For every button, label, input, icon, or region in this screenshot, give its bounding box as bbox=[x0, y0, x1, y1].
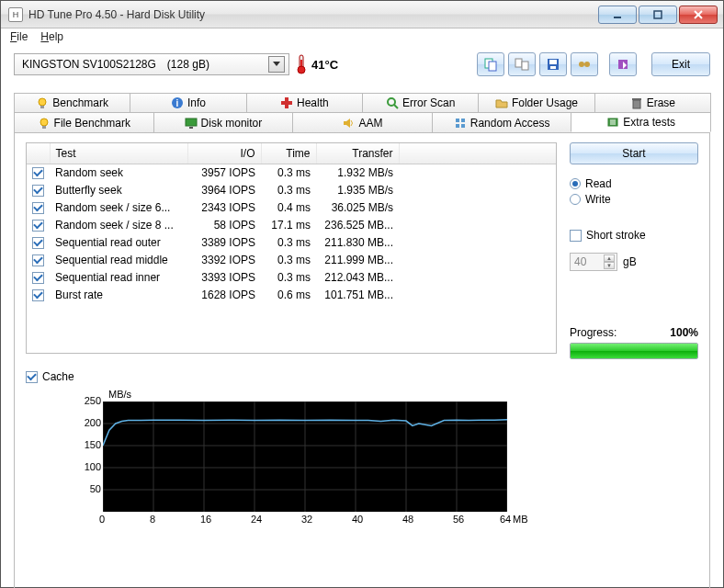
short-stroke-value-input: 40 ▲▼ bbox=[570, 253, 617, 271]
save-button[interactable] bbox=[539, 52, 567, 76]
svg-rect-34 bbox=[456, 119, 459, 122]
mode-write-radio[interactable]: Write bbox=[570, 193, 698, 206]
chart-ytick: 200 bbox=[75, 417, 101, 428]
tab-health[interactable]: Health bbox=[246, 93, 363, 112]
col-io[interactable]: I/O bbox=[187, 143, 261, 164]
checkbox-icon bbox=[570, 230, 582, 242]
results-table: Test I/O Time Transfer Random seek3957 I… bbox=[26, 142, 557, 354]
svg-point-16 bbox=[584, 62, 590, 67]
monitor-icon bbox=[185, 117, 198, 130]
drive-size: (128 gB) bbox=[167, 58, 209, 71]
app-window: H HD Tune Pro 4.50 - Hard Disk Utility F… bbox=[0, 0, 724, 588]
extra-icon bbox=[606, 116, 619, 129]
chart-ytick: 50 bbox=[75, 483, 101, 494]
chart-xtick: 0 bbox=[99, 514, 105, 525]
svg-rect-20 bbox=[40, 106, 44, 108]
chart-ytick: 250 bbox=[75, 395, 101, 406]
tab-erase[interactable]: Erase bbox=[594, 93, 711, 112]
minimize-button[interactable] bbox=[598, 6, 637, 24]
tab-panel-extra-tests: Test I/O Time Transfer Random seek3957 I… bbox=[14, 132, 710, 588]
titlebar: H HD Tune Pro 4.50 - Hard Disk Utility bbox=[1, 1, 723, 28]
svg-line-26 bbox=[394, 105, 398, 108]
drive-name: KINGSTON SV100S2128G bbox=[22, 58, 156, 71]
chart-xtick: 32 bbox=[301, 514, 312, 525]
tab-aam[interactable]: AAM bbox=[292, 112, 433, 132]
cache-chart: MB/s 50100150200250 0816243240485664 MB bbox=[74, 389, 560, 545]
copy-screenshot-button[interactable] bbox=[508, 52, 536, 76]
table-row[interactable]: Random seek / size 8 ...58 IOPS17.1 ms23… bbox=[27, 216, 556, 233]
chart-xtick: 56 bbox=[453, 514, 464, 525]
exit-button[interactable]: Exit bbox=[651, 52, 710, 76]
progress-value: 100% bbox=[670, 326, 698, 339]
svg-rect-27 bbox=[633, 100, 640, 108]
svg-rect-9 bbox=[489, 62, 496, 71]
temperature-value: 41°C bbox=[311, 58, 338, 72]
svg-rect-13 bbox=[549, 60, 557, 64]
start-button[interactable]: Start bbox=[570, 142, 698, 164]
table-row[interactable]: Sequential read inner3393 IOPS0.3 ms212.… bbox=[27, 268, 556, 286]
svg-point-29 bbox=[40, 119, 48, 126]
cache-checkbox[interactable]: Cache bbox=[26, 370, 698, 383]
table-row[interactable]: Random seek3957 IOPS0.3 ms1.932 MB/s bbox=[27, 164, 556, 181]
chart-xunit: MB bbox=[513, 514, 528, 525]
checkbox-icon[interactable] bbox=[32, 237, 44, 249]
table-row[interactable]: Butterfly seek3964 IOPS0.3 ms1.935 MB/s bbox=[27, 181, 556, 198]
table-row[interactable]: Sequential read middle3392 IOPS0.3 ms211… bbox=[27, 251, 556, 268]
copy-info-button[interactable] bbox=[477, 52, 504, 76]
menu-help[interactable]: Help bbox=[40, 30, 63, 43]
svg-rect-37 bbox=[461, 124, 465, 128]
settings-button[interactable] bbox=[571, 52, 598, 76]
checkbox-icon[interactable] bbox=[32, 272, 44, 284]
tab-error-scan[interactable]: Error Scan bbox=[362, 93, 479, 112]
col-test[interactable]: Test bbox=[50, 143, 187, 164]
menu-file[interactable]: File bbox=[10, 30, 28, 43]
svg-rect-31 bbox=[186, 119, 197, 126]
tab-info[interactable]: iInfo bbox=[130, 93, 246, 112]
bulb-icon bbox=[36, 96, 49, 109]
app-icon: H bbox=[8, 7, 23, 22]
spin-down-icon: ▼ bbox=[604, 262, 615, 269]
tab-disk-monitor[interactable]: Disk monitor bbox=[153, 112, 294, 132]
tab-file-benchmark[interactable]: File Benchmark bbox=[14, 112, 154, 132]
checkbox-icon[interactable] bbox=[32, 220, 44, 232]
tab-extra-tests[interactable]: Extra tests bbox=[571, 112, 711, 132]
col-time[interactable]: Time bbox=[261, 143, 316, 164]
tab-strip: BenchmarkiInfoHealthError ScanFolder Usa… bbox=[14, 93, 710, 132]
chart-xtick: 24 bbox=[251, 514, 262, 525]
maximize-button[interactable] bbox=[639, 6, 677, 24]
checkbox-icon[interactable] bbox=[32, 202, 44, 214]
svg-marker-4 bbox=[273, 62, 280, 66]
plus-red-icon bbox=[280, 96, 293, 109]
table-row[interactable]: Burst rate1628 IOPS0.6 ms101.751 MB... bbox=[27, 286, 556, 303]
speaker-icon bbox=[342, 117, 355, 130]
svg-point-25 bbox=[388, 98, 395, 106]
svg-rect-11 bbox=[522, 62, 528, 70]
svg-marker-33 bbox=[344, 119, 350, 128]
info-icon: i bbox=[171, 96, 184, 109]
tab-folder-usage[interactable]: Folder Usage bbox=[478, 93, 594, 112]
svg-rect-10 bbox=[515, 59, 522, 67]
progress-bar bbox=[570, 343, 698, 359]
chart-xtick: 40 bbox=[352, 514, 363, 525]
short-stroke-checkbox[interactable]: Short stroke bbox=[570, 229, 698, 242]
window-title: HD Tune Pro 4.50 - Hard Disk Utility bbox=[28, 8, 598, 21]
thermometer-icon bbox=[297, 54, 306, 74]
checkbox-icon[interactable] bbox=[32, 254, 44, 266]
checkbox-icon[interactable] bbox=[32, 167, 44, 179]
col-transfer[interactable]: Transfer bbox=[316, 143, 399, 164]
folder-icon bbox=[495, 96, 508, 109]
close-button[interactable] bbox=[679, 6, 718, 24]
mode-read-radio[interactable]: Read bbox=[570, 177, 698, 190]
checkbox-icon[interactable] bbox=[32, 289, 44, 301]
chevron-down-icon[interactable] bbox=[268, 56, 285, 73]
tab-benchmark[interactable]: Benchmark bbox=[14, 93, 130, 112]
table-row[interactable]: Sequential read outer3389 IOPS0.3 ms211.… bbox=[27, 233, 556, 251]
svg-rect-24 bbox=[281, 101, 292, 105]
tab-random-access[interactable]: Random Access bbox=[432, 112, 572, 132]
checkbox-icon[interactable] bbox=[32, 185, 44, 197]
table-row[interactable]: Random seek / size 6...2343 IOPS0.4 ms36… bbox=[27, 198, 556, 216]
radio-icon bbox=[570, 194, 581, 205]
svg-text:i: i bbox=[176, 98, 179, 108]
drive-select[interactable]: KINGSTON SV100S2128G (128 gB) bbox=[14, 53, 289, 75]
refresh-button[interactable] bbox=[609, 52, 637, 76]
